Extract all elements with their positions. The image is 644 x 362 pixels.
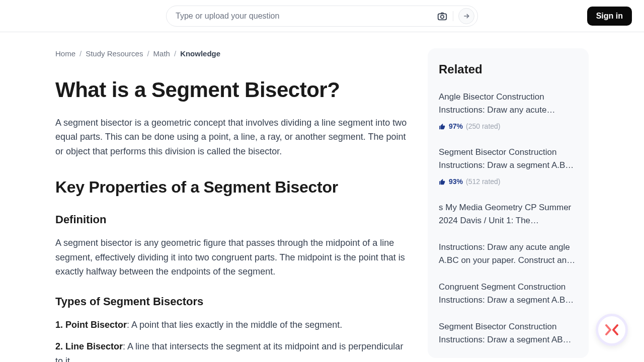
related-title: s My Media Geometry CP Summer 2024 Davis…	[439, 201, 578, 227]
main-content: Home / Study Resources / Math / Knowledg…	[55, 48, 408, 362]
related-item[interactable]: s My Media Geometry CP Summer 2024 Davis…	[439, 201, 578, 227]
related-meta: 97% (250 rated)	[439, 121, 578, 132]
rating-percent: 93%	[449, 176, 463, 187]
related-title: Angle Bisector Construction Instructions…	[439, 90, 578, 116]
page-title: What is a Segment Bisector?	[55, 74, 408, 106]
breadcrumb-math[interactable]: Math	[153, 48, 170, 60]
submit-button[interactable]	[458, 8, 474, 24]
search-box	[166, 6, 478, 27]
breadcrumb-home[interactable]: Home	[55, 48, 75, 60]
divider	[453, 11, 453, 21]
rating-percent: 97%	[449, 121, 463, 132]
search-container	[166, 6, 478, 27]
logo-icon	[605, 324, 618, 335]
rating-count: (250 rated)	[466, 121, 500, 132]
breadcrumb-study[interactable]: Study Resources	[86, 48, 143, 60]
related-title: Congruent Segment Construction Instructi…	[439, 281, 578, 306]
related-item[interactable]: Instructions: Draw any acute angle A.BC …	[439, 241, 578, 266]
breadcrumb-sep: /	[174, 48, 176, 60]
subsection-definition: Definition	[55, 211, 408, 228]
related-item[interactable]: Angle Bisector Construction Instructions…	[439, 90, 578, 132]
related-item[interactable]: Segment Bisector Construction Instructio…	[439, 146, 578, 187]
related-meta: 93% (512 rated)	[439, 176, 578, 187]
breadcrumb-current: Knowledge	[180, 48, 220, 60]
page-container: Home / Study Resources / Math / Knowledg…	[55, 32, 589, 362]
subsection-types: Types of Segment Bisectors	[55, 293, 408, 310]
section-heading: Key Properties of a Segment Bisector	[55, 175, 408, 199]
related-item[interactable]: Congruent Segment Construction Instructi…	[439, 281, 578, 306]
rating-count: (512 rated)	[466, 176, 500, 187]
camera-icon[interactable]	[437, 11, 448, 22]
types-list: 1. Point Bisector: A point that lies exa…	[55, 318, 408, 362]
help-fab[interactable]	[596, 314, 628, 346]
arrow-right-icon	[462, 12, 470, 20]
related-heading: Related	[439, 60, 578, 78]
intro-paragraph: A segment bisector is a geometric concep…	[55, 116, 408, 159]
breadcrumb-sep: /	[79, 48, 82, 60]
related-title: Segment Bisector Construction Instructio…	[439, 146, 578, 171]
related-sidebar: Related Angle Bisector Construction Inst…	[428, 48, 589, 362]
related-box: Related Angle Bisector Construction Inst…	[428, 48, 589, 358]
breadcrumb-sep: /	[147, 48, 149, 60]
thumbs-up-icon	[439, 178, 446, 186]
svg-rect-0	[438, 14, 447, 20]
related-title: Segment Bisector Construction Instructio…	[439, 320, 578, 346]
related-item[interactable]: Segment Bisector Construction Instructio…	[439, 320, 578, 346]
svg-point-1	[441, 15, 444, 18]
search-input[interactable]	[176, 12, 437, 21]
breadcrumb: Home / Study Resources / Math / Knowledg…	[55, 48, 408, 60]
related-title: Instructions: Draw any acute angle A.BC …	[439, 241, 578, 266]
top-bar: Sign in	[0, 0, 644, 32]
signin-button[interactable]: Sign in	[587, 7, 632, 26]
definition-paragraph: A segment bisector is any geometric figu…	[55, 236, 408, 279]
list-item: 2. Line Bisector: A line that intersects…	[55, 339, 408, 362]
list-item: 1. Point Bisector: A point that lies exa…	[55, 318, 408, 332]
thumbs-up-icon	[439, 123, 446, 130]
